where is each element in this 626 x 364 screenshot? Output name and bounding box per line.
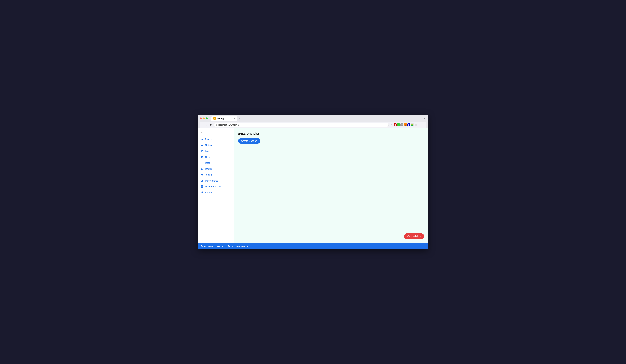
browser-window: V Vite App × + ▾ ‹ › ↻ ⊙ localhost:5173/…	[198, 115, 428, 249]
svg-point-0	[202, 139, 202, 140]
sidebar-nav: Process Network ›	[198, 136, 234, 196]
logs-icon	[200, 150, 203, 153]
ext4-icon[interactable]: 🦊	[404, 123, 407, 126]
titlebar: V Vite App × + ▾	[200, 116, 426, 121]
session-status-item: No Session Selected	[200, 245, 224, 248]
main-content: Sessions List Create Session Clear all d…	[234, 128, 428, 243]
sidebar-label-debug: Debug	[205, 167, 212, 170]
forward-button[interactable]: ›	[205, 123, 207, 127]
ext1-icon[interactable]: R	[393, 123, 396, 126]
app-body: ≡ Process Network	[198, 128, 428, 243]
app-content: ≡ Process Network	[198, 128, 428, 249]
network-chevron-icon: ›	[231, 144, 231, 146]
ext5-icon[interactable]: K	[407, 123, 410, 126]
browser-menu-icon[interactable]: ⋮	[421, 123, 424, 126]
sidebar-label-chain: Chain	[205, 156, 211, 158]
clear-all-button[interactable]: Clear all data	[404, 233, 424, 239]
sidebar-item-debug[interactable]: Debug	[198, 166, 234, 172]
lock-icon: ⊙	[216, 124, 218, 126]
browser-dropdown-button[interactable]: ▾	[424, 117, 426, 121]
svg-line-18	[229, 246, 229, 246]
sidebar-toggle-icon[interactable]: ⬜	[414, 123, 417, 126]
svg-rect-5	[201, 163, 202, 164]
star-icon[interactable]: ☆	[390, 123, 393, 126]
sidebar-hamburger-icon[interactable]: ≡	[198, 130, 234, 136]
sidebar-item-chain[interactable]: Chain	[198, 154, 234, 160]
ext2-icon[interactable]: ●	[397, 123, 400, 126]
new-tab-button[interactable]: +	[238, 117, 241, 121]
debug-icon	[200, 167, 203, 170]
sidebar-item-performance[interactable]: Performance	[198, 178, 234, 184]
chain-icon	[200, 156, 203, 159]
sidebar-label-data: Data	[205, 162, 210, 164]
sidebar-label-admin: Admin	[205, 191, 212, 194]
admin-icon	[200, 191, 203, 194]
status-bar: No Session Selected No Node Selected	[198, 243, 428, 249]
sidebar-item-logs[interactable]: Logs	[198, 148, 234, 154]
extensions-bar: ☆ R ● 🛡 🦊 K 🧩 ⬜ + ⋮	[390, 123, 424, 126]
tab-favicon: V	[213, 117, 216, 120]
sidebar: ≡ Process Network	[198, 128, 234, 243]
node-status-label: No Node Selected	[232, 245, 249, 248]
maximize-traffic-light[interactable]	[206, 117, 208, 119]
sidebar-label-testing: Testing	[205, 173, 212, 176]
close-traffic-light[interactable]	[200, 117, 202, 119]
svg-line-21	[229, 246, 230, 247]
tab-close-button[interactable]: ×	[234, 117, 235, 120]
sidebar-item-data[interactable]: Data	[198, 160, 234, 166]
network-icon	[200, 144, 203, 147]
session-status-label: No Session Selected	[204, 245, 224, 248]
documentation-icon	[200, 185, 203, 188]
back-button[interactable]: ‹	[202, 123, 204, 127]
create-session-button[interactable]: Create Session	[238, 138, 260, 144]
data-icon	[200, 162, 203, 164]
sidebar-item-admin[interactable]: Admin	[198, 190, 234, 196]
svg-rect-3	[201, 162, 202, 163]
ext6-icon[interactable]: 🧩	[411, 123, 414, 126]
performance-icon	[200, 179, 203, 182]
session-icon	[200, 245, 203, 247]
browser-controls: ‹ › ↻ ⊙ localhost:5173/admin ☆ R ● 🛡 🦊 K…	[200, 122, 426, 128]
reload-button[interactable]: ↻	[209, 123, 212, 127]
ext-add-icon[interactable]: +	[418, 123, 421, 126]
sessions-title: Sessions List	[238, 132, 424, 136]
address-bar[interactable]: ⊙ localhost:5173/admin	[214, 123, 389, 127]
sidebar-item-network[interactable]: Network ›	[198, 142, 234, 148]
minimize-traffic-light[interactable]	[203, 117, 205, 119]
sidebar-item-process[interactable]: Process	[198, 136, 234, 142]
sidebar-label-logs: Logs	[205, 150, 210, 152]
sidebar-label-network: Network	[205, 144, 214, 147]
sidebar-item-testing[interactable]: Testing	[198, 172, 234, 178]
sidebar-label-process: Process	[205, 138, 214, 141]
browser-tab-vite[interactable]: V Vite App ×	[211, 116, 237, 121]
sidebar-label-documentation: Documentation	[205, 185, 221, 188]
testing-icon	[200, 173, 203, 176]
svg-line-20	[229, 246, 229, 247]
svg-line-19	[229, 246, 230, 246]
sidebar-item-documentation[interactable]: Documentation	[198, 184, 234, 190]
node-icon	[228, 245, 230, 247]
svg-rect-10	[202, 187, 203, 188]
browser-chrome: V Vite App × + ▾ ‹ › ↻ ⊙ localhost:5173/…	[198, 115, 428, 128]
sidebar-label-performance: Performance	[205, 179, 218, 182]
url-text: localhost:5173/admin	[218, 124, 239, 126]
ext3-icon[interactable]: 🛡	[400, 123, 403, 126]
node-status-item: No Node Selected	[228, 245, 249, 248]
tab-bar: V Vite App × + ▾	[211, 116, 426, 121]
svg-rect-4	[202, 162, 203, 163]
svg-rect-6	[202, 163, 203, 164]
traffic-lights	[200, 117, 208, 119]
tab-title: Vite App	[217, 117, 224, 120]
process-icon	[200, 138, 203, 141]
